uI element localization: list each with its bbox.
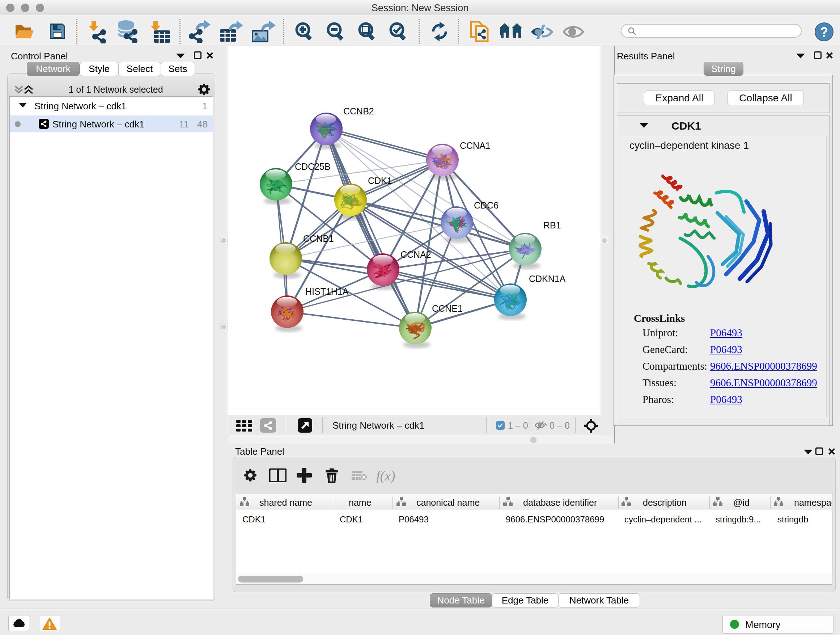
svg-text:CDC6: CDC6	[474, 200, 499, 211]
svg-text:CCNA1: CCNA1	[460, 141, 491, 150]
svg-text:CCNB2: CCNB2	[343, 106, 374, 116]
svg-text:CDC25B: CDC25B	[295, 162, 331, 172]
svg-text:CCNA2: CCNA2	[401, 249, 431, 260]
svg-text:CCNE1: CCNE1	[432, 303, 463, 314]
svg-text:CCNB1: CCNB1	[303, 233, 334, 244]
svg-text:CDK1: CDK1	[368, 176, 392, 186]
svg-text:HIST1H1A: HIST1H1A	[305, 287, 349, 296]
svg-text:CDKN1A: CDKN1A	[529, 274, 566, 284]
svg-text:RB1: RB1	[543, 220, 561, 230]
